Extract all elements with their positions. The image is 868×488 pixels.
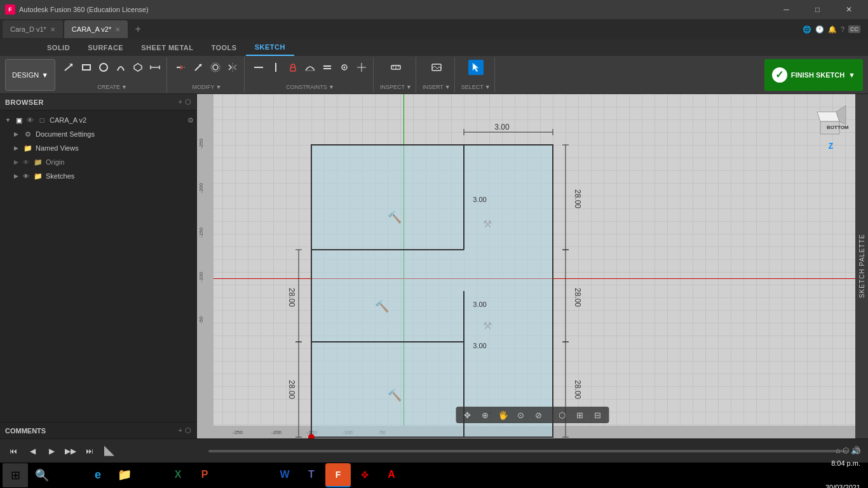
pan-view-btn[interactable]: ✥ (460, 408, 475, 422)
ruler-label-150: -150 (198, 227, 204, 238)
coincident-constraint[interactable] (337, 60, 352, 75)
close-button[interactable]: ✕ (834, 0, 863, 19)
horizontal-constraint[interactable] (251, 60, 266, 75)
snap-btn[interactable]: ⊟ (590, 408, 606, 422)
inspect-icons (388, 60, 403, 75)
tab-help-icon[interactable]: ? (841, 25, 844, 33)
root-settings-icon[interactable]: ⚙ (187, 116, 194, 125)
taskbar-fusion360[interactable]: F (325, 463, 351, 487)
tab-add-button[interactable]: + (129, 20, 147, 38)
finish-sketch-button[interactable]: ✓ FINISH SKETCH ▼ (764, 59, 863, 91)
viewport-canvas[interactable]: -250 -200 -150 -100 -50 -250 -200 -150 -… (197, 94, 868, 438)
tree-doc-settings[interactable]: ▶ ⚙ Document Settings (0, 127, 196, 141)
grid-btn[interactable]: ⊞ (573, 408, 588, 422)
play-last-btn[interactable]: ⏭ (83, 444, 97, 458)
comments-collapse-icon[interactable]: ⬡ (185, 426, 191, 435)
tree-sketches[interactable]: ▶ 👁 📁 Sketches (0, 169, 196, 183)
start-button[interactable]: ⊞ (3, 463, 28, 487)
module-tab-solid[interactable]: SOLID (38, 39, 79, 56)
timeline-track[interactable] (208, 450, 848, 452)
arc-tool[interactable] (113, 60, 128, 75)
ruler-bottom-250: -250 (233, 430, 243, 435)
origin-visibility-icon[interactable]: 👁 (23, 159, 33, 166)
search-button[interactable]: 🔍 (29, 463, 55, 487)
play-prev-btn[interactable]: ◀ (25, 444, 39, 458)
lock-constraint[interactable] (285, 60, 301, 75)
orientation-cube[interactable]: BOTTOM (811, 99, 849, 137)
sketches-visibility-icon[interactable]: 👁 (23, 173, 33, 180)
zoom-fit-btn[interactable]: ⊙ (513, 408, 529, 422)
zoom-window-btn[interactable]: ⊘ (531, 408, 546, 422)
svg-point-2 (100, 64, 107, 71)
maximize-button[interactable]: □ (803, 0, 832, 19)
taskbar-store[interactable]: 🛍 (139, 463, 164, 487)
equal-constraint[interactable] (320, 60, 335, 75)
tab-network-icon: 🌐 (803, 25, 811, 34)
sketch-palette-toggle[interactable]: SKETCH PALETTE (855, 94, 868, 438)
play-next-btn[interactable]: ▶▶ (64, 444, 78, 458)
module-tab-sheet-metal[interactable]: SHEET METAL (132, 39, 202, 56)
constraint-icon-3: 🔨 (388, 388, 402, 402)
tree-origin[interactable]: ▶ 👁 📁 Origin (0, 155, 196, 169)
orbit-view-btn[interactable]: ⊕ (478, 408, 493, 422)
tab-cara-a[interactable]: CARA_A v2* ✕ (64, 20, 128, 38)
minimize-button[interactable]: ─ (772, 0, 801, 19)
trim-tool[interactable] (173, 60, 189, 75)
design-button[interactable]: DESIGN ▼ (5, 59, 55, 91)
viewport[interactable]: -250 -200 -150 -100 -50 -250 -200 -150 -… (197, 94, 868, 438)
taskbar-edge[interactable]: e (85, 463, 111, 487)
browser-collapse-icon[interactable]: ⬡ (185, 98, 191, 106)
inspect-group: INSPECT ▼ (376, 57, 416, 93)
select-tool[interactable] (468, 60, 484, 75)
play-play-btn[interactable]: ▶ (44, 444, 58, 458)
svg-marker-3 (134, 64, 142, 71)
doc-settings-label: Document Settings (36, 130, 194, 138)
tab-cara-a-close[interactable]: ✕ (115, 26, 120, 33)
concentric-tool[interactable] (354, 60, 369, 75)
window-controls[interactable]: ─ □ ✕ (772, 0, 863, 19)
taskbar-excel[interactable]: X (165, 463, 191, 487)
taskbar-app-red1[interactable]: ❖ (352, 463, 377, 487)
tab-cara-d-close[interactable]: ✕ (50, 26, 55, 33)
module-tab-sketch[interactable]: SKETCH (246, 39, 294, 56)
taskbar-word[interactable]: W (272, 463, 297, 487)
taskbar-powerpoint[interactable]: P (192, 463, 217, 487)
module-tab-surface[interactable]: SURFACE (79, 39, 132, 56)
zoom-view-btn[interactable]: 🖐 (496, 408, 511, 422)
taskbar-teams[interactable]: T (299, 463, 324, 487)
browser-add-icon[interactable]: + (179, 98, 182, 106)
tree-named-views[interactable]: ▶ 📁 Named Views (0, 141, 196, 155)
constraint-icon-5: ⚒ (483, 320, 492, 331)
vertical-constraint[interactable] (268, 60, 283, 75)
sketches-folder-icon: 📁 (33, 171, 43, 181)
tab-cara-d[interactable]: Cara_D v1* ✕ (3, 20, 63, 38)
mirror-tool[interactable] (225, 60, 240, 75)
polygon-tool[interactable] (130, 60, 146, 75)
measure-tool[interactable] (388, 60, 403, 75)
taskbar-fileexplorer[interactable]: 📁 (112, 463, 137, 487)
circle-tool[interactable] (96, 60, 111, 75)
taskbar-acrobat[interactable]: A (379, 463, 404, 487)
taskbar-calculator[interactable]: = (245, 463, 271, 487)
root-visibility-icon[interactable]: 👁 (27, 116, 37, 124)
line-tool[interactable] (62, 60, 77, 75)
tab-bell-icon: 🔔 (828, 25, 837, 34)
tree-root[interactable]: ▼ ▣ 👁 □ CARA_A v2 ⚙ (0, 113, 196, 127)
cube-bottom-label: BOTTOM (827, 125, 849, 130)
task-view-button[interactable]: ⧉ (56, 463, 81, 487)
display-mode-btn[interactable]: ⬡ (555, 408, 570, 422)
extend-tool[interactable] (191, 60, 206, 75)
tangent-constraint[interactable] (302, 60, 318, 75)
module-tab-tools[interactable]: TOOLS (202, 39, 245, 56)
insert-image-tool[interactable] (429, 60, 444, 75)
dimension-tool[interactable] (147, 60, 163, 75)
rectangle-tool[interactable] (79, 60, 94, 75)
constraints-icons (251, 60, 369, 75)
play-first-btn[interactable]: ⏮ (6, 444, 20, 458)
view-divider (550, 410, 551, 420)
comments-add-icon[interactable]: + (179, 426, 182, 435)
offset-tool[interactable] (208, 60, 223, 75)
taskbar-chrome[interactable]: ◎ (219, 463, 244, 487)
comments-controls: + ⬡ (179, 426, 191, 435)
finish-check-icon: ✓ (772, 67, 787, 83)
